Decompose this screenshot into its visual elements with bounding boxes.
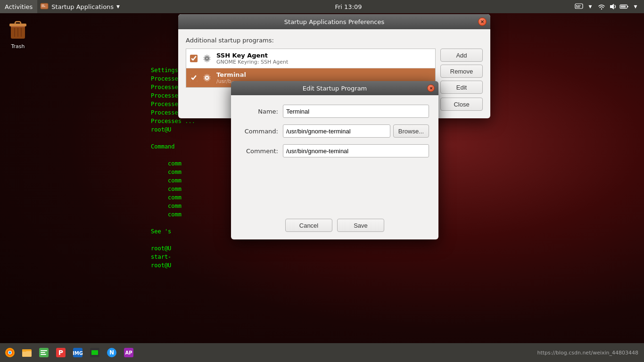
taskbar-app3-icon[interactable] <box>36 345 52 361</box>
svg-rect-30 <box>22 349 26 352</box>
ssh-name: SSH Key Agent <box>216 52 431 59</box>
edit-footer: Cancel Save <box>231 172 438 239</box>
edit-modal: Edit Startup Program Name: Command: Brow… <box>231 81 438 239</box>
comment-label: Comment: <box>240 148 278 155</box>
startup-titlebar: Startup Applications Preferences <box>178 14 490 29</box>
battery-icon[interactable] <box>619 2 629 11</box>
input-dropdown-icon[interactable]: ▼ <box>586 2 595 11</box>
name-label: Name: <box>240 108 278 115</box>
panel-clock: Fri 13:09 <box>123 3 574 10</box>
additional-programs-label: Additional startup programs: <box>186 37 483 44</box>
svg-rect-3 <box>575 4 583 8</box>
svg-rect-1 <box>41 5 44 6</box>
app-menu-arrow: ▼ <box>116 4 120 9</box>
taskbar-app6-icon[interactable] <box>87 345 103 361</box>
close-button[interactable]: Close <box>440 98 483 111</box>
edit-titlebar: Edit Startup Program <box>231 81 438 95</box>
taskbar-app7-icon[interactable]: N <box>104 345 120 361</box>
terminal-name: Terminal <box>216 71 431 78</box>
svg-rect-33 <box>41 352 45 353</box>
svg-text:IMG: IMG <box>73 351 83 356</box>
terminal-checkbox[interactable] <box>190 74 198 82</box>
name-input[interactable] <box>283 105 429 118</box>
save-button[interactable]: Save <box>337 219 384 232</box>
svg-point-8 <box>601 8 602 9</box>
taskbar-app4-icon[interactable]: P <box>53 345 69 361</box>
comment-input[interactable] <box>283 144 429 157</box>
terminal-gear-icon <box>201 72 213 83</box>
taskbar-url: https://blog.csdn.net/weixin_44803448 <box>537 350 642 356</box>
system-dropdown-icon[interactable]: ▼ <box>631 2 640 11</box>
wifi-icon[interactable] <box>597 2 606 11</box>
svg-rect-6 <box>579 5 580 6</box>
comment-row: Comment: <box>240 144 429 157</box>
program-item-ssh[interactable]: SSH Key Agent GNOME Keyring: SSH Agent <box>186 49 435 68</box>
command-label: Command: <box>240 128 278 135</box>
svg-text:P: P <box>58 349 63 356</box>
taskbar-files-icon[interactable] <box>19 345 35 361</box>
app-menu-icon <box>40 2 49 11</box>
edit-close-button[interactable] <box>427 84 435 92</box>
volume-icon[interactable] <box>608 2 618 11</box>
svg-rect-29 <box>22 351 32 357</box>
edit-button[interactable]: Edit <box>440 81 483 94</box>
svg-rect-32 <box>41 350 47 351</box>
ssh-desc: GNOME Keyring: SSH Agent <box>216 59 431 65</box>
edit-modal-title: Edit Startup Program <box>235 85 435 92</box>
svg-rect-2 <box>41 6 45 7</box>
input-method-icon[interactable] <box>574 2 584 11</box>
trash-label: Trash <box>11 43 25 49</box>
svg-rect-11 <box>627 6 628 8</box>
add-button[interactable]: Add <box>440 49 483 62</box>
svg-rect-5 <box>578 5 579 6</box>
browse-button[interactable]: Browse... <box>393 124 429 138</box>
svg-rect-4 <box>576 5 577 6</box>
svg-rect-40 <box>91 350 98 355</box>
taskbar-firefox-icon[interactable] <box>2 345 18 361</box>
taskbar: P IMG N AP https://blog.csdn.net/weixin_… <box>0 343 644 362</box>
trash-desktop-icon[interactable]: Trash <box>7 19 29 49</box>
taskbar-app8-icon[interactable]: AP <box>121 345 137 361</box>
cancel-button[interactable]: Cancel <box>285 219 332 232</box>
command-input-group: Browse... <box>283 124 429 138</box>
action-buttons: Add Remove Edit <box>440 49 483 94</box>
name-row: Name: <box>240 105 429 118</box>
svg-rect-12 <box>620 6 626 8</box>
edit-modal-content: Name: Command: Browse... Comment: <box>231 95 438 172</box>
svg-rect-34 <box>41 354 46 355</box>
ssh-info: SSH Key Agent GNOME Keyring: SSH Agent <box>216 52 431 65</box>
top-panel: Activities Startup Applications ▼ Fri 13… <box>0 0 644 13</box>
ssh-gear-icon <box>201 53 213 64</box>
startup-close-button[interactable] <box>478 17 487 26</box>
remove-button[interactable]: Remove <box>440 65 483 78</box>
svg-marker-9 <box>610 4 614 9</box>
activities-button[interactable]: Activities <box>0 0 37 13</box>
command-row: Command: Browse... <box>240 124 429 138</box>
svg-text:N: N <box>109 349 114 356</box>
svg-rect-7 <box>576 7 580 8</box>
taskbar-app5-icon[interactable]: IMG <box>70 345 86 361</box>
startup-window-title: Startup Applications Preferences <box>182 18 487 25</box>
command-input[interactable] <box>283 124 390 138</box>
svg-point-27 <box>9 352 11 354</box>
app-menu[interactable]: Startup Applications ▼ <box>37 2 123 11</box>
app-menu-label: Startup Applications <box>51 3 114 10</box>
ssh-checkbox[interactable] <box>190 55 198 62</box>
svg-rect-16 <box>15 22 21 25</box>
svg-text:AP: AP <box>125 350 132 355</box>
